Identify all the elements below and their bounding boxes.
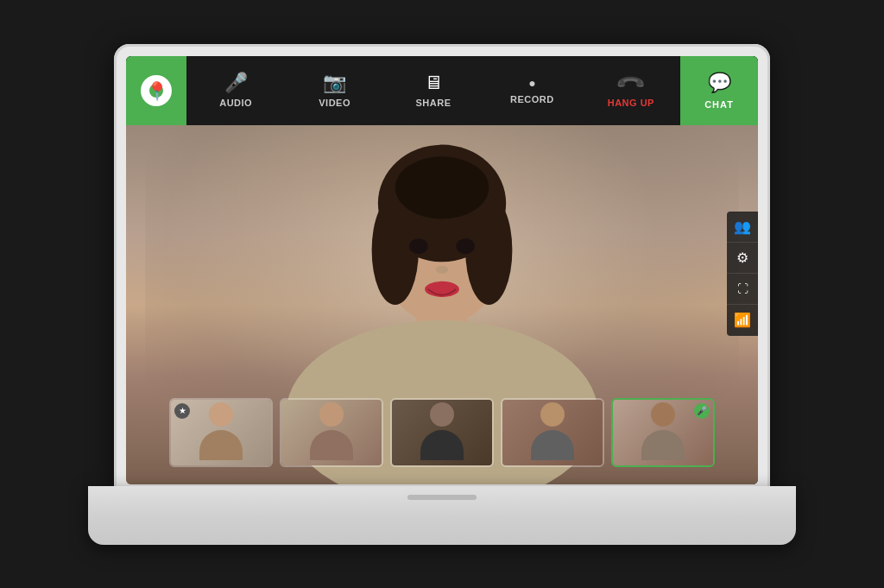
svg-point-6 [395,156,489,218]
share-button[interactable]: 🖥 SHARE [384,56,483,125]
thumb-3-bg [392,400,492,465]
audio-label: AUDIO [219,98,252,108]
share-label: SHARE [416,98,451,108]
person-1 [195,402,247,463]
person-5 [637,402,689,463]
logo-pin-icon: 📍 [147,81,168,102]
audio-button[interactable]: 🎤 AUDIO [186,56,285,125]
person-1-body [199,430,243,460]
phone-hangup-icon: 📞 [616,67,647,98]
logo-inner: 📍 [149,84,163,98]
chat-button[interactable]: 💬 CHAT [680,56,758,125]
laptop-container: 📍 🎤 AUDIO 📷 VIDEO [88,44,796,545]
person-5-body [641,430,685,460]
person-4-body [531,430,574,460]
video-button[interactable]: 📷 VIDEO [285,56,383,125]
main-video: 👥 ⚙ ⛶ 📶 [126,125,758,484]
thumbnail-1[interactable]: ★ [169,398,273,467]
record-icon: ● [528,77,535,89]
thumbnail-2[interactable] [280,398,383,467]
right-sidebar: 👥 ⚙ ⛶ 📶 [727,212,758,336]
person-3 [416,402,468,463]
thumbnail-strip: ★ [169,398,715,467]
thumb-1-badge: ★ [174,403,190,419]
screen: 📍 🎤 AUDIO 📷 VIDEO [126,56,758,484]
person-3-head [430,402,454,427]
participants-icon[interactable]: 👥 [727,212,758,243]
svg-point-10 [436,265,448,273]
person-3-body [420,430,464,460]
thumb-5-mic-badge: 🎤 [694,403,710,419]
hangup-label: HANG UP [608,98,654,108]
thumb-4-bg [502,400,603,465]
laptop-base [88,486,796,545]
microphone-icon: 🎤 [224,73,248,92]
record-label: RECORD [510,94,554,104]
person-4-head [540,402,565,427]
person-2-head [319,402,344,427]
record-button[interactable]: ● RECORD [483,56,581,125]
settings-icon[interactable]: ⚙ [727,243,758,274]
camera-icon: 📷 [323,73,346,92]
toolbar-buttons: 🎤 AUDIO 📷 VIDEO 🖥 SHARE ● [186,56,680,125]
logo-icon: 📍 [141,75,172,106]
person-5-head [651,402,675,427]
wifi-icon[interactable]: 📶 [727,305,758,336]
logo-button[interactable]: 📍 [126,56,186,125]
video-label: VIDEO [319,98,350,108]
screen-bezel: 📍 🎤 AUDIO 📷 VIDEO [114,44,770,493]
fullscreen-icon[interactable]: ⛶ [727,274,758,305]
svg-point-9 [456,238,475,254]
thumbnail-5[interactable]: 🎤 [611,398,715,467]
chat-icon: 💬 [708,72,731,94]
thumb-2-bg [281,400,382,465]
person-2-body [310,430,353,460]
thumbnail-4[interactable] [501,398,604,467]
toolbar: 📍 🎤 AUDIO 📷 VIDEO [126,56,758,125]
person-1-head [209,402,233,427]
person-4 [527,402,578,463]
thumbnail-3[interactable] [390,398,494,467]
person-2 [306,402,357,463]
chat-label: CHAT [704,99,734,110]
hangup-button[interactable]: 📞 HANG UP [582,56,680,125]
svg-point-8 [409,238,428,254]
screen-icon: 🖥 [424,73,443,92]
